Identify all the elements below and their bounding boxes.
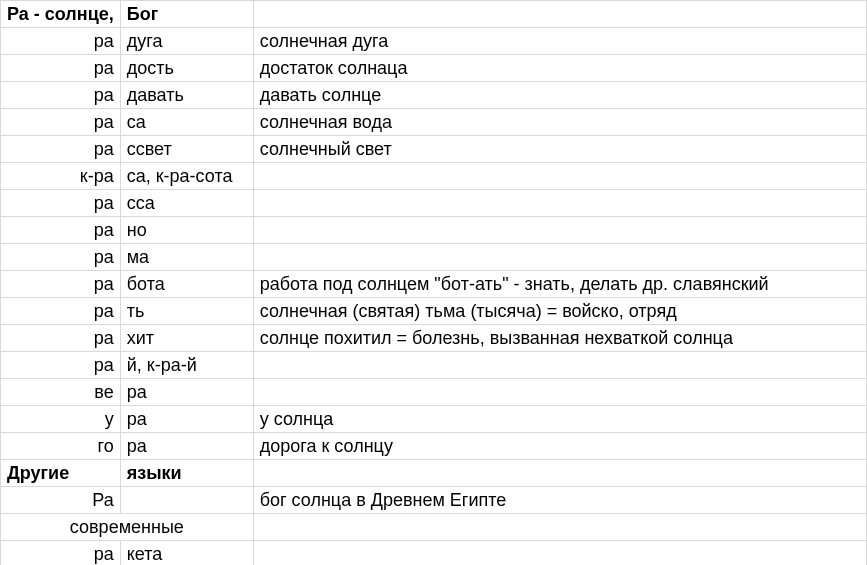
table-row: радугасолнечная дуга (1, 28, 867, 55)
meaning-cell: работа под солнцем "бот-ать" - знать, де… (253, 271, 866, 298)
table-row: расса (1, 190, 867, 217)
table-row: вера (1, 379, 867, 406)
title-cell-b: Бог (120, 1, 253, 28)
prefix-cell: ра (1, 136, 121, 163)
prefix-cell: у (1, 406, 121, 433)
table-row: урау солнца (1, 406, 867, 433)
title-cell-a: Ра - солнце, (1, 1, 121, 28)
table-row: рано (1, 217, 867, 244)
prefix-cell: ра (1, 28, 121, 55)
meaning-cell (253, 244, 866, 271)
prefix-cell: ра (1, 298, 121, 325)
meaning-cell: солнечная дуга (253, 28, 866, 55)
meaning-cell: бог солнца в Древнем Египте (253, 487, 866, 514)
section-row: Другиеязыки (1, 460, 867, 487)
suffix-cell: ра (120, 379, 253, 406)
prefix-cell: Ра (1, 487, 121, 514)
table-row: ратьсолнечная (святая) тьма (тысяча) = в… (1, 298, 867, 325)
prefix-cell: го (1, 433, 121, 460)
table-row: радаватьдавать солнце (1, 82, 867, 109)
prefix-cell: ра (1, 325, 121, 352)
table-row: расасолнечная вода (1, 109, 867, 136)
meaning-cell (253, 163, 866, 190)
meaning-cell: давать солнце (253, 82, 866, 109)
suffix-cell: бота (120, 271, 253, 298)
table-row: рай, к-ра-й (1, 352, 867, 379)
table-row: Рабог солнца в Древнем Египте (1, 487, 867, 514)
prefix-cell: ве (1, 379, 121, 406)
empty-cell (253, 460, 866, 487)
suffix-cell: давать (120, 82, 253, 109)
suffix-cell: ра (120, 406, 253, 433)
prefix-cell: ра (1, 541, 121, 566)
suffix-cell: хит (120, 325, 253, 352)
suffix-cell: й, к-ра-й (120, 352, 253, 379)
table-row: рама (1, 244, 867, 271)
table-row: радостьдостаток солнаца (1, 55, 867, 82)
suffix-cell: ра (120, 433, 253, 460)
meaning-cell (253, 379, 866, 406)
section-cell-b: языки (120, 460, 253, 487)
table-row: горадорога к солнцу (1, 433, 867, 460)
prefix-cell: к-ра (1, 163, 121, 190)
meaning-cell: солнечная (святая) тьма (тысяча) = войск… (253, 298, 866, 325)
table-row: к-раса, к-ра-сота (1, 163, 867, 190)
meaning-cell: достаток солнаца (253, 55, 866, 82)
suffix-cell: са, к-ра-сота (120, 163, 253, 190)
prefix-cell: ра (1, 82, 121, 109)
prefix-cell: ра (1, 217, 121, 244)
suffix-cell: са (120, 109, 253, 136)
meaning-cell (253, 190, 866, 217)
meaning-cell: дорога к солнцу (253, 433, 866, 460)
etymology-table: Ра - солнце,Боградугасолнечная дугарадос… (0, 0, 867, 565)
prefix-cell: ра (1, 55, 121, 82)
suffix-cell: дуга (120, 28, 253, 55)
table-row: современные (1, 514, 867, 541)
suffix-cell: ма (120, 244, 253, 271)
table-row: ракета (1, 541, 867, 566)
suffix-cell: ссвет (120, 136, 253, 163)
title-row: Ра - солнце,Бог (1, 1, 867, 28)
table-row: рассветсолнечный свет (1, 136, 867, 163)
suffix-cell: кета (120, 541, 253, 566)
meaning-cell: солнечная вода (253, 109, 866, 136)
meaning-cell: у солнца (253, 406, 866, 433)
empty-cell (253, 514, 866, 541)
prefix-cell: ра (1, 109, 121, 136)
suffix-cell (120, 487, 253, 514)
suffix-cell: но (120, 217, 253, 244)
meaning-cell: солнечный свет (253, 136, 866, 163)
suffix-cell: дость (120, 55, 253, 82)
meaning-cell (253, 217, 866, 244)
meaning-cell (253, 352, 866, 379)
prefix-cell: ра (1, 244, 121, 271)
prefix-cell: ра (1, 190, 121, 217)
meaning-cell (253, 541, 866, 566)
suffix-cell: ть (120, 298, 253, 325)
prefix-cell: ра (1, 271, 121, 298)
table-row: рахитсолнце похитил = болезнь, вызванная… (1, 325, 867, 352)
section-cell-a: Другие (1, 460, 121, 487)
empty-cell (253, 1, 866, 28)
merged-cell: современные (1, 514, 254, 541)
meaning-cell: солнце похитил = болезнь, вызванная нехв… (253, 325, 866, 352)
table-row: работаработа под солнцем "бот-ать" - зна… (1, 271, 867, 298)
prefix-cell: ра (1, 352, 121, 379)
suffix-cell: сса (120, 190, 253, 217)
